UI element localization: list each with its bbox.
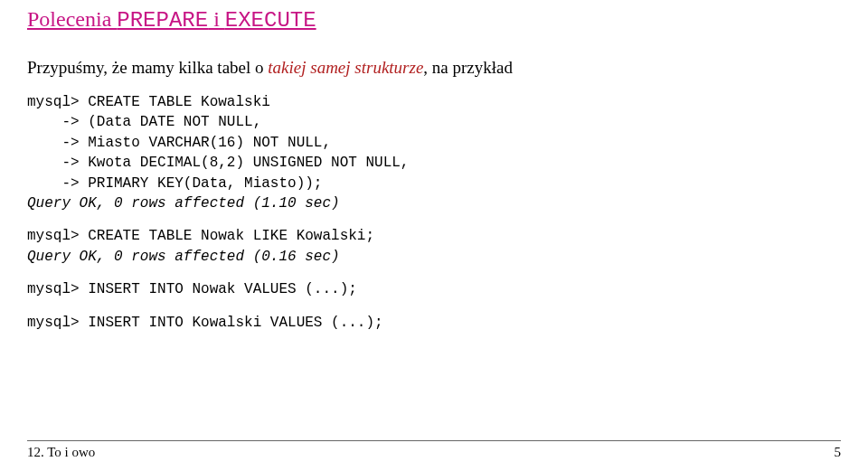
code-line: -> Miasto VARCHAR(16) NOT NULL, — [27, 135, 331, 151]
heading-mono-2: EXECUTE — [225, 8, 316, 33]
heading-text-2: i — [208, 7, 225, 31]
code-line: mysql> INSERT INTO Nowak VALUES (...); — [27, 281, 357, 297]
code-line: mysql> INSERT INTO Kowalski VALUES (...)… — [27, 315, 383, 331]
footer-row: 12. To i owo 5 — [27, 445, 841, 460]
code-block-2: mysql> CREATE TABLE Nowak LIKE Kowalski;… — [27, 226, 841, 267]
slide-footer: 12. To i owo 5 — [27, 440, 841, 460]
code-line-italic: Query OK, 0 rows affected (1.10 sec) — [27, 195, 340, 212]
code-block-1: mysql> CREATE TABLE Kowalski -> (Data DA… — [27, 92, 841, 213]
code-line: -> Kwota DECIMAL(8,2) UNSIGNED NOT NULL, — [27, 155, 409, 171]
code-line: -> (Data DATE NOT NULL, — [27, 114, 261, 130]
code-line-italic: Query OK, 0 rows affected (0.16 sec) — [27, 249, 340, 265]
slide-heading: Polecenia PREPARE i EXECUTE — [27, 7, 841, 33]
footer-divider — [27, 440, 841, 441]
intro-paragraph: Przypuśmy, że mamy kilka tabel o takiej … — [27, 58, 841, 78]
code-line: -> PRIMARY KEY(Data, Miasto)); — [27, 175, 322, 192]
intro-text-1: Przypuśmy, że mamy kilka tabel o — [27, 58, 268, 77]
intro-text-2: , na przykład — [423, 58, 513, 77]
intro-italic: takiej samej strukturze — [268, 58, 423, 77]
code-line: mysql> CREATE TABLE Kowalski — [27, 94, 270, 110]
heading-text-1: Polecenia — [27, 7, 117, 31]
code-line: mysql> CREATE TABLE Nowak LIKE Kowalski; — [27, 228, 374, 244]
footer-left: 12. To i owo — [27, 445, 95, 460]
code-block-4: mysql> INSERT INTO Kowalski VALUES (...)… — [27, 313, 841, 333]
footer-page-number: 5 — [835, 445, 842, 460]
code-block-3: mysql> INSERT INTO Nowak VALUES (...); — [27, 279, 841, 299]
heading-mono-1: PREPARE — [117, 8, 208, 33]
